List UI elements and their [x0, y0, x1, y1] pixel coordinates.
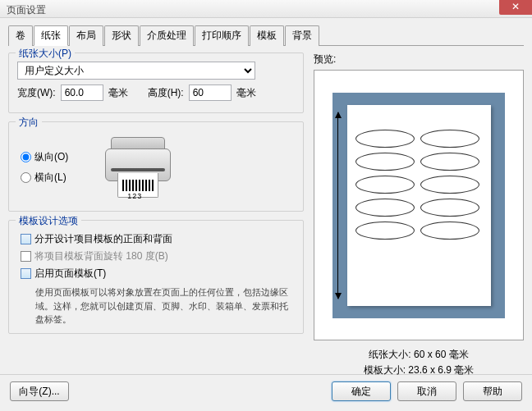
titlebar: 页面设置 ✕ — [0, 0, 532, 18]
tab-strip: 卷 纸张 布局 形状 介质处理 打印顺序 模板 背景 — [8, 25, 524, 46]
preview-label: 预览: — [314, 53, 524, 66]
label-oval — [420, 130, 479, 148]
paper-size-legend: 纸张大小(P) — [16, 47, 75, 61]
dialog-content: 卷 纸张 布局 形状 介质处理 打印顺序 模板 背景 纸张大小(P) 用户定义大… — [0, 18, 532, 374]
close-icon[interactable]: ✕ — [499, 0, 532, 15]
preview-box — [314, 70, 524, 340]
ok-button[interactable]: 确定 — [332, 381, 391, 401]
tab-background[interactable]: 背景 — [285, 25, 319, 46]
cancel-button[interactable]: 取消 — [397, 381, 456, 401]
template-options-group: 模板设计选项 分开设计项目模板的正面和背面 将项目模板背面旋转 180 度(B)… — [8, 220, 304, 334]
rotate-back-checkbox — [21, 251, 31, 262]
printer-icon: 123 — [93, 130, 183, 204]
tab-media[interactable]: 介质处理 — [140, 25, 194, 46]
rotate-back-label: 将项目模板背面旋转 180 度(B) — [34, 249, 168, 263]
portrait-label: 纵向(O) — [34, 150, 68, 164]
separate-front-back-checkbox[interactable] — [21, 234, 31, 244]
tab-paper[interactable]: 纸张 — [34, 25, 68, 46]
paper-size-info: 纸张大小: 60 x 60 毫米 — [314, 347, 524, 363]
dialog-footer: 向导(Z)... 确定 取消 帮助 — [0, 374, 532, 411]
height-label: 高度(H): — [148, 86, 184, 100]
label-oval — [420, 199, 479, 217]
preview-page — [347, 105, 491, 306]
template-options-legend: 模板设计选项 — [16, 214, 81, 228]
width-input[interactable] — [61, 84, 103, 101]
help-button[interactable]: 帮助 — [463, 381, 522, 401]
portrait-radio[interactable] — [21, 152, 31, 162]
window-title: 页面设置 — [7, 4, 46, 16]
enable-page-template-checkbox[interactable] — [21, 268, 31, 279]
tab-printorder[interactable]: 打印顺序 — [195, 25, 249, 46]
wizard-button[interactable]: 向导(Z)... — [10, 381, 69, 401]
template-size-info: 模板大小: 23.6 x 6.9 毫米 — [314, 363, 524, 378]
paper-preset-select[interactable]: 用户定义大小 — [17, 62, 255, 80]
label-oval — [420, 153, 479, 171]
label-oval — [355, 199, 415, 217]
width-unit: 毫米 — [108, 86, 128, 100]
label-oval — [355, 176, 415, 194]
preview-info: 纸张大小: 60 x 60 毫米 模板大小: 23.6 x 6.9 毫米 — [314, 347, 524, 378]
tab-roll[interactable]: 卷 — [8, 25, 33, 46]
height-input[interactable] — [189, 84, 232, 101]
tab-shape[interactable]: 形状 — [104, 25, 139, 46]
label-oval — [355, 153, 415, 171]
landscape-radio[interactable] — [21, 172, 31, 183]
label-oval — [420, 221, 479, 240]
label-oval — [355, 221, 415, 240]
label-oval — [420, 176, 479, 194]
label-oval — [355, 130, 415, 148]
height-unit: 毫米 — [236, 86, 256, 100]
tab-template[interactable]: 模板 — [250, 25, 284, 46]
width-label: 宽度(W): — [17, 86, 56, 100]
orientation-legend: 方向 — [16, 116, 42, 130]
enable-page-template-label: 启用页面模板(T) — [34, 267, 106, 281]
template-description: 使用页面模板可以将对象放置在页面上的任何位置，包括边缘区域。这样，您就可以创建页… — [17, 284, 295, 327]
separate-front-back-label: 分开设计项目模板的正面和背面 — [34, 232, 172, 246]
tab-layout[interactable]: 布局 — [69, 25, 103, 46]
landscape-label: 横向(L) — [34, 171, 66, 185]
orientation-group: 方向 纵向(O) 横向(L) — [8, 121, 304, 212]
paper-size-group: 纸张大小(P) 用户定义大小 宽度(W): 毫米 高度(H): 毫米 — [8, 53, 304, 113]
dimension-arrow-icon — [337, 112, 338, 299]
